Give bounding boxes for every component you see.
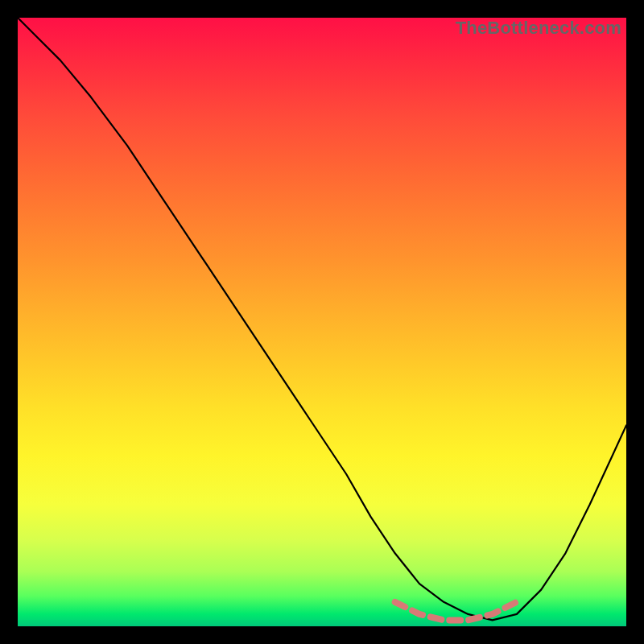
plot-area: TheBottleneck.com (18, 18, 626, 626)
bottleneck-curve (18, 18, 626, 620)
optimal-range-dash (395, 602, 517, 621)
curve-layer (18, 18, 626, 626)
chart-frame: TheBottleneck.com (0, 0, 644, 644)
